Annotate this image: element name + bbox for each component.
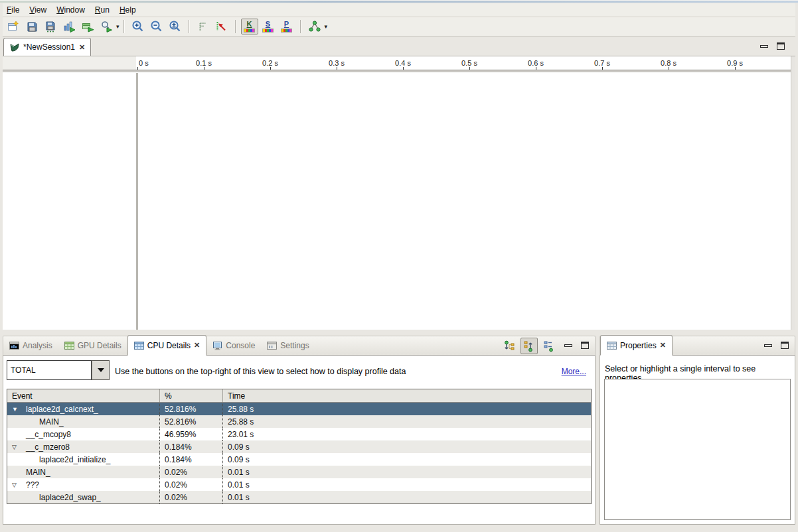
more-link[interactable]: More... <box>562 367 586 376</box>
menu-item-window[interactable]: Window <box>52 4 91 16</box>
table-row[interactable]: laplace2d_initialize_0.184%0.09 s <box>7 453 591 466</box>
rainbow-strip-icon <box>281 29 292 33</box>
ruler-tick-label: 0.4 s <box>395 59 411 67</box>
ruler-tick-label: 0.1 s <box>196 59 212 67</box>
backtrace-view-button[interactable] <box>520 338 538 354</box>
table-row[interactable]: ▽???0.02%0.01 s <box>7 478 591 491</box>
expand-arrow-filled-icon[interactable]: ▼ <box>12 406 18 412</box>
timeline-ruler: 0 s0.1 s0.2 s0.3 s0.4 s0.5 s0.6 s0.7 s0.… <box>3 56 791 70</box>
settings-icon <box>267 342 277 350</box>
menu-item-view[interactable]: View <box>25 4 52 16</box>
export-timeline-button[interactable] <box>79 19 96 34</box>
main-toolbar: ▾ K S P <box>3 17 795 36</box>
enable-marker-button[interactable] <box>195 19 212 34</box>
table-row[interactable]: laplace2d_swap_0.02%0.01 s <box>7 491 591 503</box>
percent-cell: 0.02% <box>159 466 222 478</box>
minimize-icon[interactable] <box>764 344 772 347</box>
properties-empty-box <box>604 379 791 520</box>
run-analysis-search-button[interactable] <box>98 19 115 34</box>
analysis-icon <box>9 342 19 350</box>
session-tab[interactable]: *NewSession1 ✕ <box>3 38 91 56</box>
properties-icon <box>607 342 617 350</box>
percent-cell: 52.816% <box>159 403 222 415</box>
tab-console[interactable]: Console <box>206 336 261 355</box>
search-dropdown-caret-icon[interactable]: ▾ <box>116 23 120 30</box>
new-session-button[interactable] <box>5 19 22 34</box>
menu-item-help[interactable]: Help <box>116 4 142 16</box>
zoom-fit-button[interactable] <box>167 19 184 34</box>
view-toolbar <box>501 338 557 354</box>
column-header-event[interactable]: Event <box>7 389 159 402</box>
table-body: ▼laplace2d_calcnext_52.816%25.88 sMAIN_5… <box>7 403 591 503</box>
percent-cell: 0.02% <box>159 491 222 503</box>
combobox-value[interactable]: TOTAL <box>7 360 92 380</box>
cpu-details-content: TOTAL Use the buttons on the top-right o… <box>3 356 596 525</box>
table-row[interactable]: MAIN_52.816%25.88 s <box>7 415 591 428</box>
maximize-icon[interactable] <box>581 342 589 349</box>
flat-profile-view-button[interactable] <box>540 338 557 354</box>
tab-properties[interactable]: Properties ✕ <box>600 335 673 356</box>
timeline-scrollbar[interactable] <box>791 56 795 330</box>
properties-panel: Properties ✕ Select or highlight a singl… <box>599 336 795 525</box>
save-button[interactable] <box>23 19 40 34</box>
menu-item-file[interactable]: File <box>3 4 25 16</box>
cpu-details-panel: Analysis GPU Details CPU Details ✕ Conso… <box>3 336 596 525</box>
gpu-details-icon <box>64 342 74 350</box>
combobox-dropdown-button[interactable] <box>92 360 110 380</box>
ruler-tick-label: 0.7 s <box>594 59 610 67</box>
table-row[interactable]: __c_mcopy846.959%23.01 s <box>7 428 591 440</box>
close-icon[interactable]: ✕ <box>79 44 85 51</box>
tab-settings[interactable]: Settings <box>261 336 315 355</box>
tab-analysis[interactable]: Analysis <box>3 336 58 355</box>
reset-marker-button[interactable] <box>213 19 230 34</box>
event-name: MAIN_ <box>7 468 50 477</box>
time-cell: 25.88 s <box>222 403 591 415</box>
close-icon[interactable]: ✕ <box>660 342 666 349</box>
table-row[interactable]: ▽__c_mzero80.184%0.09 s <box>7 440 591 453</box>
table-row[interactable]: ▼laplace2d_calcnext_52.816%25.88 s <box>7 403 591 415</box>
event-name: MAIN_ <box>7 417 64 427</box>
analysis-tree-button[interactable] <box>306 19 323 34</box>
percent-cell: 0.184% <box>159 440 222 453</box>
close-icon[interactable]: ✕ <box>194 342 200 349</box>
zoom-out-button[interactable] <box>148 19 165 34</box>
calltree-view-button[interactable] <box>501 338 519 354</box>
save-all-button[interactable] <box>42 19 59 34</box>
percent-cell: 52.816% <box>159 415 222 428</box>
session-tab-label: *NewSession1 <box>23 42 75 52</box>
table-header-row: Event % Time <box>7 389 591 403</box>
kernel-coloring-button[interactable]: K <box>241 19 258 34</box>
expand-arrow-outline-icon[interactable]: ▽ <box>12 444 17 450</box>
timeline-editor: 0 s0.1 s0.2 s0.3 s0.4 s0.5 s0.6 s0.7 s0.… <box>3 56 795 330</box>
tab-label: Properties <box>620 341 657 350</box>
tab-cpu-details[interactable]: CPU Details ✕ <box>127 335 207 356</box>
time-cell: 0.09 s <box>222 440 591 453</box>
analysis-dropdown-caret-icon[interactable]: ▾ <box>325 23 328 30</box>
cpu-details-icon <box>134 342 144 350</box>
event-cell: laplace2d_initialize_ <box>7 453 159 466</box>
ruler-tick-label: 0.6 s <box>528 59 544 67</box>
event-cell: laplace2d_swap_ <box>7 491 159 503</box>
expand-arrow-outline-icon[interactable]: ▽ <box>12 482 17 488</box>
rainbow-strip-icon <box>244 29 255 33</box>
profile-application-button[interactable] <box>60 19 78 34</box>
minimize-icon[interactable] <box>760 45 768 48</box>
timeline-pane-divider[interactable] <box>136 73 138 330</box>
minimize-icon[interactable] <box>564 344 572 347</box>
maximize-icon[interactable] <box>777 42 785 50</box>
column-header-time[interactable]: Time <box>222 389 591 402</box>
column-header-percent[interactable]: % <box>159 389 222 402</box>
process-coloring-button[interactable]: P <box>278 19 295 34</box>
ruler-tick-label: 0.8 s <box>661 59 677 67</box>
maximize-icon[interactable] <box>781 342 789 349</box>
menu-item-run[interactable]: Run <box>91 4 116 16</box>
tab-label: Analysis <box>23 341 52 350</box>
ruler-tick-label: 0.3 s <box>329 59 345 67</box>
profile-scope-combobox[interactable]: TOTAL <box>7 360 110 380</box>
tab-gpu-details[interactable]: GPU Details <box>58 336 127 355</box>
event-name: __c_mzero8 <box>7 442 70 452</box>
table-row[interactable]: MAIN_0.02%0.01 s <box>7 466 591 478</box>
stream-coloring-button[interactable]: S <box>260 19 277 34</box>
time-cell: 0.01 s <box>222 491 591 503</box>
zoom-in-button[interactable] <box>129 19 147 34</box>
